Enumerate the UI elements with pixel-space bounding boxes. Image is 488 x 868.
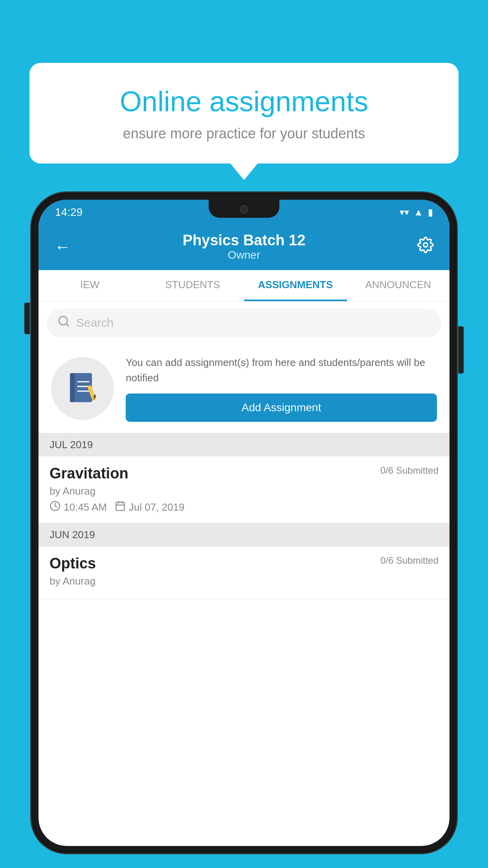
back-button[interactable]: ←: [54, 237, 71, 256]
tab-iew[interactable]: IEW: [39, 270, 141, 301]
phone-container: 14:29 ▾▾ ▲ ▮ ← Physics Batch 12 Owner: [31, 193, 457, 868]
assignment-name-optics: Optics: [50, 555, 96, 572]
phone-outer: 14:29 ▾▾ ▲ ▮ ← Physics Batch 12 Owner: [31, 193, 457, 853]
assignment-top-row-optics: Optics 0/6 Submitted: [50, 555, 438, 572]
search-icon: [57, 315, 70, 331]
phone-notch: [209, 200, 279, 218]
bubble-title: Online assignments: [53, 85, 435, 118]
promo-text: You can add assignment(s) from here and …: [126, 355, 437, 386]
header-subtitle: Owner: [183, 249, 306, 261]
speech-bubble-container: Online assignments ensure more practice …: [29, 63, 459, 164]
search-container: Search: [39, 302, 449, 344]
promo-right: You can add assignment(s) from here and …: [126, 355, 437, 422]
meta-time-value: 10:45 AM: [64, 501, 107, 513]
assignment-name: Gravitation: [50, 465, 128, 482]
bubble-subtitle: ensure more practice for your students: [53, 125, 435, 142]
tab-students[interactable]: STUDENTS: [141, 270, 244, 301]
section-header-jun: JUN 2019: [39, 523, 449, 546]
status-icons: ▾▾ ▲ ▮: [400, 207, 433, 218]
app-header: ← Physics Batch 12 Owner: [39, 225, 449, 270]
speech-bubble: Online assignments ensure more practice …: [29, 63, 459, 164]
search-placeholder: Search: [76, 316, 114, 329]
assignment-author: by Anurag: [50, 485, 438, 497]
section-header-jul: JUL 2019: [39, 433, 449, 456]
search-bar[interactable]: Search: [46, 309, 442, 337]
assignment-item-optics[interactable]: Optics 0/6 Submitted by Anurag: [39, 546, 449, 600]
meta-time: 10:45 AM: [50, 500, 107, 514]
add-assignment-button[interactable]: Add Assignment: [126, 394, 437, 422]
calendar-icon: [115, 500, 126, 514]
svg-point-0: [424, 243, 428, 247]
settings-button[interactable]: [417, 237, 434, 257]
assignment-top-row: Gravitation 0/6 Submitted: [50, 465, 438, 482]
svg-rect-12: [116, 502, 124, 511]
tabs-bar: IEW STUDENTS ASSIGNMENTS ANNOUNCEN: [39, 270, 449, 302]
status-time: 14:29: [55, 206, 83, 219]
assignment-author-optics: by Anurag: [50, 575, 438, 587]
header-center: Physics Batch 12 Owner: [183, 232, 306, 261]
svg-rect-4: [70, 373, 75, 402]
assignment-submitted: 0/6 Submitted: [380, 465, 438, 476]
tab-assignments[interactable]: ASSIGNMENTS: [244, 270, 347, 301]
svg-line-2: [66, 324, 68, 326]
clock-icon: [50, 500, 61, 514]
wifi-icon: ▾▾: [400, 207, 409, 218]
signal-icon: ▲: [414, 207, 423, 218]
battery-icon: ▮: [428, 207, 433, 218]
add-assignment-promo: You can add assignment(s) from here and …: [39, 344, 449, 433]
notebook-icon-container: [51, 357, 114, 420]
phone-screen: 14:29 ▾▾ ▲ ▮ ← Physics Batch 12 Owner: [39, 200, 449, 846]
camera-icon: [240, 205, 248, 214]
assignment-submitted-optics: 0/6 Submitted: [380, 555, 438, 566]
tab-announcements[interactable]: ANNOUNCEN: [347, 270, 450, 301]
notebook-icon: [67, 371, 98, 406]
meta-date: Jul 07, 2019: [115, 500, 185, 514]
header-title: Physics Batch 12: [183, 232, 306, 249]
assignment-meta: 10:45 AM Jul 07, 2019: [50, 500, 438, 514]
meta-date-value: Jul 07, 2019: [129, 501, 185, 513]
assignment-item-gravitation[interactable]: Gravitation 0/6 Submitted by Anurag 10:4…: [39, 456, 449, 523]
